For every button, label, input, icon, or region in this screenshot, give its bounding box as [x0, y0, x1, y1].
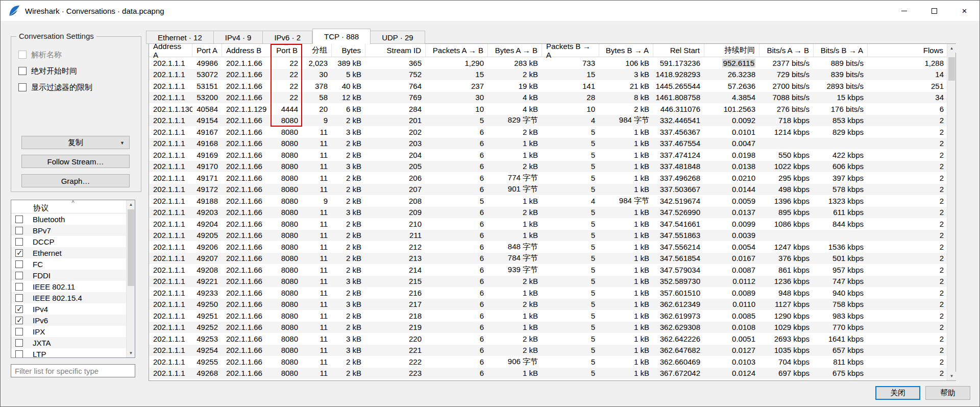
protocol-item-jxta[interactable]: JXTA: [11, 337, 135, 348]
close-button[interactable]: 关闭: [875, 386, 920, 400]
minimize-button[interactable]: [889, 1, 919, 21]
protocol-filter-input[interactable]: [11, 364, 135, 377]
checkbox[interactable]: [15, 339, 23, 347]
checkbox[interactable]: [15, 283, 23, 291]
protocol-item-ethernet[interactable]: Ethernet: [11, 247, 135, 258]
checkbox[interactable]: [15, 227, 23, 234]
checkbox[interactable]: [15, 260, 23, 268]
scroll-up-icon[interactable]: ▲: [947, 44, 956, 53]
table-row[interactable]: 202.1.1.149253202.1.1.668080113 kB22062 …: [149, 333, 955, 345]
protocol-item-dccp[interactable]: DCCP: [11, 236, 135, 247]
scrollbar-thumb[interactable]: [948, 57, 955, 81]
column-header-14[interactable]: Bits/s B → A: [814, 44, 868, 57]
protocol-column-header[interactable]: ^ 协议: [11, 200, 135, 213]
table-row[interactable]: 202.1.1.149168202.1.1.668080112 kB20361 …: [149, 138, 955, 150]
table-row[interactable]: 202.1.1.149203202.1.1.668080113 kB20962 …: [149, 207, 955, 219]
table-row[interactable]: 202.1.1.149154202.1.1.66808092 kB2015829…: [149, 115, 955, 127]
table-row[interactable]: 202.1.1.13040584202.1.1.1294444206 kB284…: [149, 103, 955, 115]
checkbox[interactable]: [15, 328, 23, 336]
column-header-12[interactable]: 持续时间: [704, 44, 760, 57]
table-row[interactable]: 202.1.1.149204202.1.1.668080112 kB21061 …: [149, 218, 955, 230]
table-row[interactable]: 202.1.1.149251202.1.1.668080112 kB21861 …: [149, 310, 955, 322]
table-row[interactable]: 202.1.1.149986202.1.1.66222,023389 kB365…: [149, 57, 955, 69]
table-row[interactable]: 202.1.1.149268202.1.1.668080112 kB22361 …: [149, 368, 955, 379]
checkbox[interactable]: [15, 305, 23, 313]
tab-ipv6[interactable]: IPv6 · 2: [263, 31, 312, 44]
column-header-10[interactable]: Bytes B → A: [599, 44, 653, 57]
protocol-item-ipv6[interactable]: IPv6: [11, 315, 135, 326]
table-row[interactable]: 202.1.1.149167202.1.1.668080113 kB20262 …: [149, 126, 955, 138]
tab-ethernet[interactable]: Ethernet · 12: [146, 31, 214, 44]
table-row[interactable]: 202.1.1.149206202.1.1.668080112 kB212684…: [149, 241, 955, 253]
table-row[interactable]: 202.1.1.149171202.1.1.668080112 kB206677…: [149, 172, 955, 184]
table-row[interactable]: 202.1.1.149172202.1.1.668080112 kB207690…: [149, 184, 955, 196]
protocol-item-ieee-802-11[interactable]: IEEE 802.11: [11, 281, 135, 292]
checkbox-row[interactable]: 绝对开始时间: [18, 66, 77, 76]
column-header-11[interactable]: Rel Start: [653, 44, 704, 57]
protocol-item-ieee-802-15-4[interactable]: IEEE 802.15.4: [11, 292, 135, 303]
column-header-1[interactable]: Port A: [192, 44, 222, 57]
column-header-4[interactable]: 分组: [302, 44, 332, 57]
scroll-down-icon[interactable]: ▼: [947, 372, 956, 380]
protocol-item-fc[interactable]: FC: [11, 258, 135, 270]
protocol-item-bluetooth[interactable]: Bluetooth: [11, 213, 135, 225]
column-header-15[interactable]: Flows: [868, 44, 948, 57]
maximize-button[interactable]: [919, 1, 949, 21]
checkbox-row[interactable]: 显示过滤器的限制: [18, 82, 92, 92]
table-row[interactable]: 202.1.1.149170202.1.1.668080113 kB20562 …: [149, 161, 955, 173]
table-row[interactable]: 202.1.1.149169202.1.1.668080112 kB20461 …: [149, 149, 955, 161]
table-row[interactable]: 202.1.1.149255202.1.1.668080112 kB222690…: [149, 356, 955, 368]
scrollbar-thumb[interactable]: [128, 209, 134, 286]
protocol-list-scrollbar[interactable]: ▲ ▼: [126, 200, 135, 357]
table-row[interactable]: 202.1.1.149205202.1.1.668080112 kB21161 …: [149, 230, 955, 242]
checkbox[interactable]: [15, 294, 23, 302]
column-header-6[interactable]: Stream ID: [365, 44, 426, 57]
checkbox[interactable]: [18, 51, 27, 59]
table-row[interactable]: 202.1.1.149221202.1.1.668080113 kB21562 …: [149, 276, 955, 288]
tab-udp[interactable]: UDP · 29: [371, 31, 425, 44]
title-bar[interactable]: Wireshark · Conversations · data.pcapng …: [1, 1, 979, 21]
column-header-2[interactable]: Address B: [222, 44, 271, 57]
column-header-13[interactable]: Bits/s A → B: [760, 44, 814, 57]
checkbox[interactable]: [15, 272, 23, 279]
column-header-0[interactable]: Address A: [149, 44, 192, 57]
table-row[interactable]: 202.1.1.149233202.1.1.668080112 kB21661 …: [149, 287, 955, 299]
table-row[interactable]: 202.1.1.149254202.1.1.668080113 kB22162 …: [149, 345, 955, 356]
graph-button[interactable]: Graph…: [21, 174, 130, 187]
help-button[interactable]: 帮助: [925, 386, 970, 400]
tab-tcp[interactable]: TCP · 888: [312, 29, 371, 44]
checkbox[interactable]: [15, 238, 23, 246]
column-header-5[interactable]: Bytes: [332, 44, 365, 57]
checkbox[interactable]: [15, 216, 23, 223]
table-row[interactable]: 202.1.1.149188202.1.1.66808092 kB20851 k…: [149, 195, 955, 207]
column-header-7[interactable]: Packets A → B: [426, 44, 488, 57]
checkbox[interactable]: [15, 317, 23, 324]
follow-stream-button[interactable]: Follow Stream…: [21, 155, 130, 168]
table-row[interactable]: 202.1.1.153072202.1.1.6622305 kB752152 k…: [149, 69, 955, 81]
checkbox-row[interactable]: 解析名称: [18, 50, 62, 60]
table-row[interactable]: 202.1.1.149250202.1.1.668080113 kB21762 …: [149, 299, 955, 310]
close-window-button[interactable]: ×: [949, 1, 979, 21]
column-header-8[interactable]: Bytes A → B: [488, 44, 542, 57]
table-row[interactable]: 202.1.1.149207202.1.1.668080112 kB213678…: [149, 253, 955, 265]
table-scrollbar[interactable]: ▲ ▼: [947, 44, 955, 380]
table-row[interactable]: 202.1.1.153200202.1.1.66225812 kB769304 …: [149, 92, 955, 104]
checkbox[interactable]: [15, 350, 23, 358]
column-header-3[interactable]: ^Port B: [271, 44, 302, 57]
column-header-9[interactable]: Packets B → A: [542, 44, 599, 57]
checkbox[interactable]: [18, 67, 27, 75]
checkbox[interactable]: [15, 249, 23, 257]
protocol-item-ipv4[interactable]: IPv4: [11, 303, 135, 315]
protocol-item-fddi[interactable]: FDDI: [11, 270, 135, 281]
tab-ipv4[interactable]: IPv4 · 9: [214, 31, 263, 44]
protocol-item-bpv7[interactable]: BPv7: [11, 225, 135, 236]
protocol-item-ltp[interactable]: LTP: [11, 348, 135, 358]
copy-button[interactable]: 复制 ▼: [21, 136, 130, 149]
checkbox[interactable]: [18, 83, 27, 91]
table-row[interactable]: 202.1.1.149208202.1.1.668080112 kB214693…: [149, 264, 955, 276]
table-row[interactable]: 202.1.1.153151202.1.1.662237840 kB764237…: [149, 80, 955, 92]
scroll-up-icon[interactable]: ▲: [127, 200, 135, 209]
scroll-down-icon[interactable]: ▼: [127, 349, 135, 357]
table-row[interactable]: 202.1.1.149252202.1.1.668080112 kB21961 …: [149, 322, 955, 333]
protocol-item-ipx[interactable]: IPX: [11, 326, 135, 337]
